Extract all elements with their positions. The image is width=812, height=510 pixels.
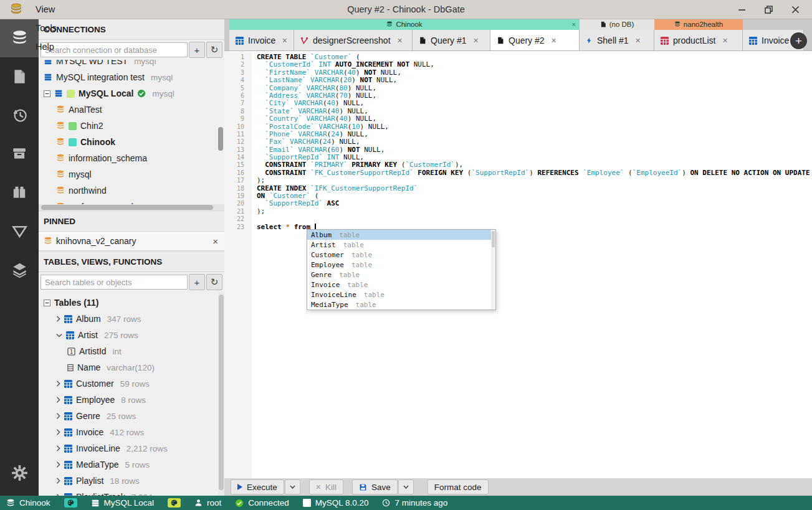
add-table-button[interactable]: + bbox=[189, 274, 205, 290]
column-item-name[interactable]: Namevarchar(120) bbox=[39, 359, 224, 375]
code-line-21[interactable]: ); bbox=[252, 208, 812, 215]
activity-plugins-icon[interactable] bbox=[0, 173, 39, 212]
chevron-right-icon[interactable] bbox=[56, 478, 60, 484]
connections-vertical-scrollbar[interactable] bbox=[218, 127, 223, 151]
autocomplete-item-customer[interactable]: Customertable bbox=[307, 250, 495, 260]
execute-button[interactable]: Execute bbox=[231, 479, 284, 494]
minimize-icon[interactable] bbox=[738, 6, 746, 14]
activity-archive-icon[interactable] bbox=[0, 135, 39, 173]
restore-icon[interactable] bbox=[765, 6, 773, 14]
chevron-right-icon[interactable] bbox=[56, 397, 60, 403]
tables-search-input[interactable] bbox=[41, 275, 188, 290]
table-item-playlisttrack[interactable]: PlaylistTrack7,994 rows bbox=[39, 489, 224, 496]
refresh-connections-button[interactable]: ↻ bbox=[206, 42, 222, 58]
format-code-button[interactable]: Format code bbox=[427, 479, 489, 494]
close-icon[interactable] bbox=[791, 6, 800, 14]
autocomplete-item-album[interactable]: Albumtable bbox=[307, 230, 495, 240]
code-line-16[interactable]: CONSTRAINT `FK_CustomerSupportRepId` FOR… bbox=[252, 169, 812, 177]
refresh-tables-button[interactable]: ↻ bbox=[206, 274, 222, 290]
chevron-right-icon[interactable] bbox=[56, 413, 60, 419]
close-tab-icon[interactable]: × bbox=[398, 35, 403, 45]
save-dropdown-button[interactable] bbox=[398, 479, 414, 494]
connection-item-northwind[interactable]: northwind bbox=[39, 182, 224, 199]
collapse-icon[interactable] bbox=[44, 300, 50, 306]
activity-triangle-icon[interactable] bbox=[0, 212, 39, 250]
autocomplete-item-mediatype[interactable]: MediaTypetable bbox=[307, 300, 495, 309]
table-item-album[interactable]: Album347 rows bbox=[39, 311, 224, 327]
table-item-artist[interactable]: Artist275 rows bbox=[39, 327, 224, 343]
chevron-right-icon[interactable] bbox=[56, 445, 60, 451]
connection-item-analtest[interactable]: AnalTest bbox=[39, 102, 224, 118]
tab-productlist[interactable]: productList× bbox=[654, 30, 743, 51]
tab-group-nano2health[interactable]: nano2health bbox=[654, 19, 743, 30]
close-tab-icon[interactable]: × bbox=[282, 35, 287, 45]
menu-view[interactable]: View bbox=[27, 0, 76, 19]
menu-tools[interactable]: Tools bbox=[27, 19, 76, 37]
execute-dropdown-button[interactable] bbox=[285, 479, 300, 494]
sql-editor[interactable]: 1234567891011121314151617181920212223 CR… bbox=[224, 51, 812, 478]
close-tab-icon[interactable]: × bbox=[552, 35, 556, 45]
chevron-down-icon[interactable] bbox=[56, 333, 62, 338]
tab-query-2[interactable]: Query #2× bbox=[490, 30, 580, 51]
autocomplete-item-genre[interactable]: Genretable bbox=[307, 270, 495, 280]
autocomplete-scrollbar[interactable] bbox=[491, 230, 495, 309]
tables-vertical-scrollbar[interactable] bbox=[219, 295, 224, 490]
add-connection-button[interactable]: + bbox=[189, 42, 205, 58]
table-item-employee[interactable]: Employee8 rows bbox=[39, 392, 224, 408]
chevron-right-icon[interactable] bbox=[56, 380, 60, 387]
connection-item-mysql[interactable]: mysql bbox=[39, 166, 224, 182]
connection-item-mysql-wd-test[interactable]: MYSQL WD TESTmysql bbox=[39, 60, 224, 69]
tab-query-1[interactable]: Query #1× bbox=[413, 30, 490, 51]
chevron-right-icon[interactable] bbox=[56, 461, 60, 468]
activity-layers-icon[interactable] bbox=[0, 250, 39, 289]
tab-shell-1[interactable]: Shell #1× bbox=[580, 30, 654, 51]
connection-item-information-schema[interactable]: information_schema bbox=[39, 150, 224, 166]
code-area[interactable]: CREATE TABLE `Customer` ( `CustomerId` I… bbox=[252, 54, 812, 231]
connection-item-chinook[interactable]: Chinook bbox=[39, 134, 224, 150]
status-mysql-8-0-20[interactable]: MySQL 8.0.20 bbox=[303, 498, 369, 508]
code-line-22[interactable] bbox=[252, 215, 812, 223]
connection-item-mysql-local[interactable]: MySQL Localmysql bbox=[39, 85, 224, 102]
status-7-minutes-ago[interactable]: 7 minutes ago bbox=[382, 498, 447, 508]
table-item-customer[interactable]: Customer59 rows bbox=[39, 375, 224, 392]
close-tab-icon[interactable]: × bbox=[474, 35, 479, 45]
column-item-artistid[interactable]: 1ArtistIdint bbox=[39, 343, 224, 359]
save-button[interactable]: Save bbox=[352, 479, 398, 494]
table-item-genre[interactable]: Genre25 rows bbox=[39, 408, 224, 424]
autocomplete-item-artist[interactable]: Artisttable bbox=[307, 240, 495, 250]
pinned-item[interactable]: knihovna_v2_canary × bbox=[39, 232, 224, 251]
chevron-right-icon[interactable] bbox=[56, 316, 60, 322]
close-tab-icon[interactable]: × bbox=[722, 35, 727, 45]
table-item-mediatype[interactable]: MediaType5 rows bbox=[39, 456, 224, 473]
tab-group-chinook[interactable]: Chinook× bbox=[229, 19, 580, 30]
table-item-invoiceline[interactable]: InvoiceLine2,212 rows bbox=[39, 440, 224, 456]
tables-group-row[interactable]: Tables (11) bbox=[39, 295, 224, 311]
tab-group--no-db-[interactable]: (no DB) bbox=[580, 19, 654, 30]
activity-settings-gear-icon[interactable] bbox=[0, 453, 39, 492]
status-connected[interactable]: Connected bbox=[235, 498, 289, 508]
activity-history-icon[interactable] bbox=[0, 96, 39, 135]
unpin-close-icon[interactable]: × bbox=[213, 236, 218, 247]
autocomplete-item-employee[interactable]: Employeetable bbox=[307, 260, 495, 270]
autocomplete-item-invoice[interactable]: Invoicetable bbox=[307, 280, 495, 290]
activity-file-icon[interactable] bbox=[0, 57, 39, 96]
close-tab-icon[interactable]: × bbox=[636, 35, 641, 45]
code-line-18[interactable]: CREATE INDEX `IFK_CustomerSupportRepId` bbox=[252, 185, 812, 192]
collapse-icon[interactable] bbox=[44, 90, 50, 97]
new-tab-button[interactable]: + bbox=[790, 32, 807, 49]
tab-designerscreenshot[interactable]: designerScreenshot× bbox=[294, 30, 413, 51]
connection-color-badge[interactable] bbox=[168, 498, 181, 508]
table-item-invoice[interactable]: Invoice412 rows bbox=[39, 424, 224, 440]
chevron-right-icon[interactable] bbox=[56, 429, 60, 435]
menu-help[interactable]: Help bbox=[27, 37, 76, 56]
tab-invoice[interactable]: Invoice× bbox=[229, 30, 294, 51]
status-root[interactable]: root bbox=[194, 498, 221, 508]
connection-item-chin2[interactable]: Chin2 bbox=[39, 118, 224, 134]
connections-horizontal-scrollbar[interactable] bbox=[39, 204, 224, 210]
autocomplete-item-invoiceline[interactable]: InvoiceLinetable bbox=[307, 290, 495, 300]
table-item-playlist[interactable]: Playlist18 rows bbox=[39, 473, 224, 489]
connection-item-mysql-integration-test[interactable]: MySQL integration testmysql bbox=[39, 69, 224, 85]
close-group-icon[interactable]: × bbox=[572, 21, 576, 28]
code-line-20[interactable]: `SupportRepId` ASC bbox=[252, 200, 812, 207]
status-chinook[interactable]: Chinook bbox=[6, 498, 50, 508]
